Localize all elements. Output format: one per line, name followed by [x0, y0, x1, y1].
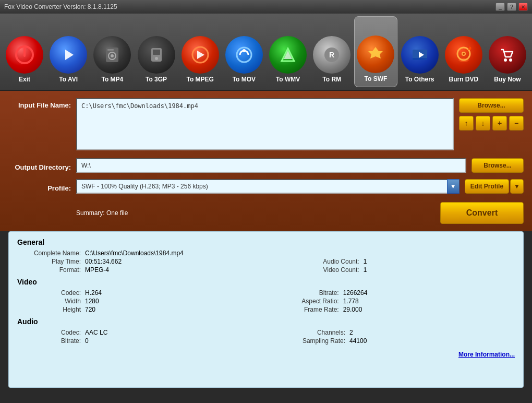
- format-label: Format:: [17, 266, 85, 274]
- play-time-label: Play Time:: [17, 258, 85, 265]
- buy-icon: [489, 36, 526, 74]
- convert-button[interactable]: Convert: [440, 202, 524, 224]
- toolbar-buy-button[interactable]: Buy Now: [486, 16, 529, 87]
- audio-sampling-label: Sampling Rate:: [256, 337, 349, 345]
- audio-channels-value: 2: [349, 329, 515, 336]
- audio-bitrate-value: 0: [85, 337, 256, 345]
- title-bar: Fox Video Converter Version: 8.1.8.1125 …: [0, 0, 532, 14]
- toolbar-3gp-button[interactable]: To 3GP: [135, 16, 177, 87]
- mpeg-icon: [182, 36, 219, 74]
- toolbar-avi-button[interactable]: To AVI: [47, 16, 90, 87]
- exit-icon: [6, 36, 43, 74]
- toolbar-mov-button[interactable]: To MOV: [223, 16, 265, 87]
- avi-icon: [50, 36, 87, 74]
- svg-text:R: R: [329, 51, 334, 59]
- input-file-input[interactable]: <span class="file-icon">▶</span> C:\User…: [76, 98, 454, 150]
- video-framerate-label: Frame Rate:: [249, 306, 343, 313]
- edit-profile-dropdown-button[interactable]: ▼: [510, 179, 524, 194]
- audio-codec-label: Codec:: [17, 329, 85, 336]
- profile-label: Profile:: [8, 181, 71, 192]
- video-height-label: Height: [17, 306, 85, 313]
- close-button[interactable]: ✕: [518, 3, 528, 11]
- move-up-button[interactable]: ↑: [459, 116, 474, 131]
- summary-text: Summary: One file: [76, 209, 128, 217]
- audio-count-label: Audio Count:: [270, 258, 364, 265]
- audio-section-title: Audio: [17, 317, 515, 326]
- toolbar-exit-button[interactable]: Exit: [3, 16, 46, 87]
- output-dir-row: Output Directory: Browse...: [8, 158, 524, 173]
- play-time-value: 00:51:34.662: [85, 258, 270, 265]
- profile-select[interactable]: SWF - 100% Quality (H.263; MP3 - 256 kbp…: [76, 179, 460, 194]
- input-file-buttons: Browse... ↑ ↓ + −: [459, 98, 524, 131]
- help-button[interactable]: ?: [507, 3, 516, 11]
- toolbar-rm-button[interactable]: R To RM: [310, 16, 353, 87]
- remove-file-button[interactable]: −: [509, 116, 524, 131]
- toolbar-mpeg-button[interactable]: To MPEG: [179, 16, 222, 87]
- video-width-value: 1280: [85, 298, 249, 305]
- mp4-icon: [93, 36, 131, 74]
- format-value: MPEG-4: [85, 266, 270, 274]
- more-info-link[interactable]: More Information...: [17, 349, 515, 358]
- app-title: Fox Video Converter Version: 8.1.8.1125: [4, 3, 117, 10]
- svg-marker-11: [197, 51, 204, 59]
- svg-point-25: [504, 58, 507, 62]
- toolbar-others-button[interactable]: To Others: [398, 16, 441, 87]
- edit-profile-button[interactable]: Edit Profile: [465, 179, 509, 194]
- rm-icon: R: [313, 36, 350, 74]
- wmv-icon: [269, 36, 307, 74]
- profile-row: Profile: SWF - 100% Quality (H.263; MP3 …: [8, 179, 524, 194]
- input-file-field: <span class="file-icon">▶</span> C:\User…: [76, 98, 454, 152]
- input-file-label: Input File Name:: [8, 98, 71, 109]
- toolbar-mp4-button[interactable]: To MP4: [91, 16, 134, 87]
- input-file-row: Input File Name: <span class="file-icon"…: [8, 98, 524, 152]
- video-aspect-value: 1.778: [343, 298, 515, 305]
- svg-point-13: [243, 49, 246, 52]
- svg-point-5: [111, 54, 114, 57]
- main-content: Input File Name: <span class="file-icon"…: [0, 91, 532, 231]
- video-codec-value: H.264: [85, 289, 249, 297]
- audio-codec-value: AAC LC: [85, 329, 256, 336]
- dvd-icon: [445, 36, 482, 74]
- info-panel: General Complete Name: C:\Users\fmc\Down…: [8, 231, 524, 388]
- general-section-title: General: [17, 238, 515, 246]
- video-count-label: Video Count:: [270, 266, 364, 274]
- svg-point-24: [463, 53, 465, 55]
- video-count-value: 1: [364, 266, 515, 274]
- toolbar-swf-button[interactable]: To SWF: [354, 16, 397, 87]
- mov-icon: [225, 36, 263, 74]
- video-codec-label: Codec:: [17, 289, 85, 297]
- complete-name-value: C:\Users\fmc\Downloads\1984.mp4: [85, 250, 515, 257]
- toolbar-dvd-button[interactable]: Burn DVD: [442, 16, 485, 87]
- audio-channels-label: Channels:: [256, 329, 349, 336]
- others-icon: [401, 36, 439, 74]
- move-down-button[interactable]: ↓: [476, 116, 490, 131]
- video-bitrate-label: Bitrate:: [249, 289, 343, 297]
- video-bitrate-value: 1266264: [343, 289, 515, 297]
- audio-count-value: 1: [364, 258, 515, 265]
- audio-sampling-value: 44100: [349, 337, 515, 345]
- add-file-button[interactable]: +: [492, 116, 507, 131]
- profile-field: SWF - 100% Quality (H.263; MP3 - 256 kbp…: [76, 179, 460, 194]
- browse-input-button[interactable]: Browse...: [459, 98, 524, 113]
- profile-select-wrap: SWF - 100% Quality (H.263; MP3 - 256 kbp…: [76, 179, 460, 194]
- audio-bitrate-label: Bitrate:: [17, 337, 85, 345]
- window-controls: _ ? ✕: [495, 3, 528, 11]
- toolbar-wmv-button[interactable]: To WMV: [267, 16, 309, 87]
- output-dir-label: Output Directory:: [8, 160, 71, 171]
- 3gp-icon: [138, 36, 175, 74]
- complete-name-label: Complete Name:: [17, 250, 85, 257]
- output-dir-buttons: Browse...: [471, 158, 524, 173]
- video-framerate-value: 29.000: [343, 306, 515, 313]
- svg-rect-20: [413, 58, 427, 60]
- svg-marker-2: [65, 50, 74, 60]
- output-dir-input[interactable]: [76, 158, 466, 173]
- minimize-button[interactable]: _: [495, 3, 505, 11]
- video-aspect-label: Aspect Ratio:: [249, 298, 343, 305]
- video-section-title: Video: [17, 278, 515, 286]
- browse-output-button[interactable]: Browse...: [471, 158, 524, 173]
- edit-profile-buttons: Edit Profile ▼: [465, 179, 524, 194]
- toolbar: Exit To AVI To MP4: [0, 14, 532, 91]
- svg-point-9: [155, 57, 158, 60]
- svg-rect-6: [107, 49, 114, 51]
- output-dir-field: [76, 158, 466, 173]
